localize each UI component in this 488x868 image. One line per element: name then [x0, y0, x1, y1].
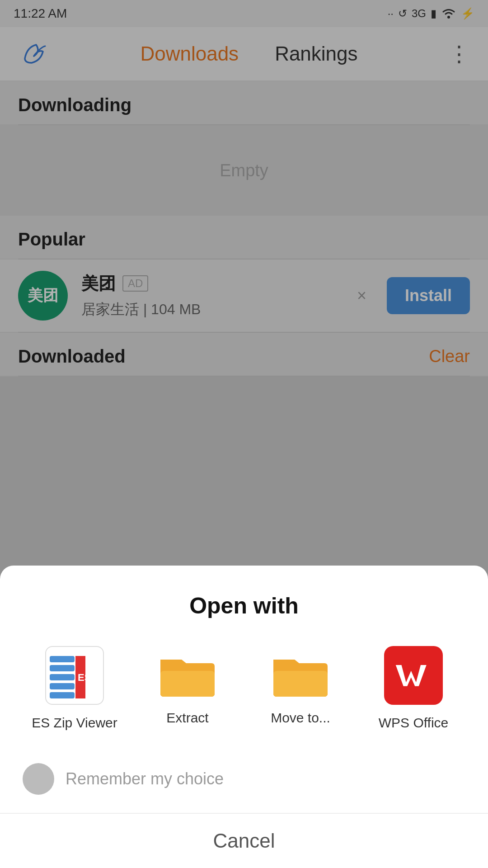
move-to-icon — [271, 646, 330, 700]
wps-label: WPS Office — [379, 714, 448, 731]
cancel-button[interactable]: Cancel — [0, 814, 488, 868]
remember-text: Remember my choice — [66, 769, 224, 788]
svg-rect-11 — [273, 671, 328, 697]
svg-rect-2 — [50, 665, 75, 671]
remember-toggle[interactable] — [23, 763, 54, 795]
svg-rect-9 — [160, 671, 215, 697]
extract-icon — [158, 646, 217, 700]
svg-rect-3 — [50, 674, 75, 680]
wps-icon — [384, 646, 443, 705]
svg-rect-1 — [50, 656, 75, 662]
modal-app-wps[interactable]: WPS Office — [368, 646, 459, 731]
extract-label: Extract — [166, 709, 208, 726]
svg-text:ES: ES — [78, 672, 91, 683]
open-with-modal: Open with ES ES Zip Viewer — [0, 566, 488, 868]
modal-title: Open with — [0, 566, 488, 637]
modal-apps-grid: ES ES Zip Viewer Extract — [0, 637, 488, 750]
move-to-label: Move to... — [271, 709, 330, 726]
modal-app-extract[interactable]: Extract — [142, 646, 233, 731]
svg-rect-4 — [50, 683, 75, 689]
es-zip-icon: ES — [45, 646, 104, 705]
remember-choice-row: Remember my choice — [0, 750, 488, 813]
svg-rect-5 — [50, 692, 75, 698]
es-zip-label: ES Zip Viewer — [32, 714, 117, 731]
modal-app-move-to[interactable]: Move to... — [255, 646, 346, 731]
modal-app-es-zip[interactable]: ES ES Zip Viewer — [29, 646, 120, 731]
